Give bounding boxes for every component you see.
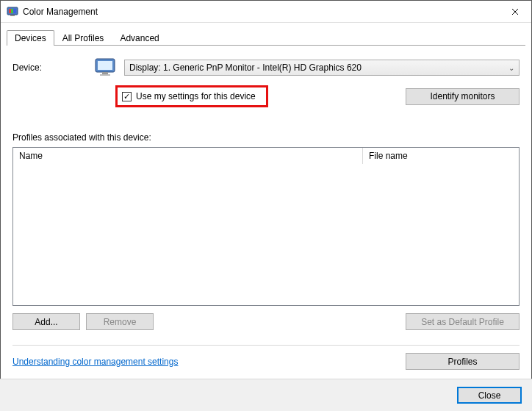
identify-monitors-label: Identify monitors xyxy=(430,91,495,101)
set-default-profile-button[interactable]: Set as Default Profile xyxy=(406,313,520,330)
device-label: Device: xyxy=(12,62,86,73)
add-button-label: Add... xyxy=(35,317,57,327)
close-button-label: Close xyxy=(478,390,501,401)
app-icon xyxy=(7,6,18,18)
identify-monitors-button[interactable]: Identify monitors xyxy=(406,88,520,105)
close-button[interactable]: Close xyxy=(457,387,522,404)
column-header-filename[interactable]: File name xyxy=(363,148,519,164)
remove-button[interactable]: Remove xyxy=(86,313,154,330)
device-dropdown[interactable]: Display: 1. Generic PnP Monitor - Intel(… xyxy=(124,60,520,76)
add-button[interactable]: Add... xyxy=(12,313,80,330)
svg-rect-9 xyxy=(100,74,110,76)
svg-rect-8 xyxy=(102,72,108,74)
svg-rect-2 xyxy=(9,9,11,13)
profile-buttons-row: Add... Remove Set as Default Profile xyxy=(12,313,520,330)
checkbox-icon: ✓ xyxy=(122,92,132,101)
set-default-profile-label: Set as Default Profile xyxy=(421,317,504,327)
profiles-header: Name File name xyxy=(13,148,519,164)
tab-all-profiles[interactable]: All Profiles xyxy=(54,30,112,46)
column-header-name-label: Name xyxy=(19,151,43,161)
svg-rect-5 xyxy=(10,15,15,16)
monitor-icon xyxy=(93,56,117,79)
column-header-name[interactable]: Name xyxy=(13,148,363,164)
svg-rect-4 xyxy=(13,9,16,13)
profiles-heading: Profiles associated with this device: xyxy=(12,132,520,143)
tab-devices-label: Devices xyxy=(15,33,46,43)
help-link[interactable]: Understanding color management settings xyxy=(12,357,178,367)
svg-rect-7 xyxy=(98,61,112,70)
settings-row: ✓ Use my settings for this device Identi… xyxy=(12,85,520,107)
device-row: Device: Display: 1. Generic PnP Monitor … xyxy=(12,56,520,79)
svg-rect-3 xyxy=(11,9,13,13)
dialog-footer: Close xyxy=(0,379,532,411)
remove-button-label: Remove xyxy=(104,317,137,327)
chevron-down-icon: ⌄ xyxy=(508,64,514,72)
tab-advanced[interactable]: Advanced xyxy=(112,30,167,46)
use-my-settings-label: Use my settings for this device xyxy=(136,91,256,101)
tab-advanced-label: Advanced xyxy=(120,33,159,43)
profiles-button[interactable]: Profiles xyxy=(406,353,520,370)
profiles-list[interactable]: Name File name xyxy=(12,147,520,306)
window-title: Color Management xyxy=(23,7,498,17)
footer-row: Understanding color management settings … xyxy=(12,353,520,370)
help-link-label: Understanding color management settings xyxy=(12,357,178,367)
tab-devices[interactable]: Devices xyxy=(7,30,54,46)
highlight-annotation: ✓ Use my settings for this device xyxy=(115,85,268,107)
column-header-filename-label: File name xyxy=(369,151,408,161)
divider xyxy=(12,345,520,346)
profiles-button-label: Profiles xyxy=(447,357,477,367)
tabstrip: Devices All Profiles Advanced xyxy=(1,23,531,46)
device-dropdown-value: Display: 1. Generic PnP Monitor - Intel(… xyxy=(129,62,362,73)
tab-all-profiles-label: All Profiles xyxy=(62,33,104,43)
titlebar: Color Management xyxy=(1,1,531,23)
use-my-settings-checkbox[interactable]: ✓ Use my settings for this device xyxy=(119,88,262,104)
tab-content-devices: Device: Display: 1. Generic PnP Monitor … xyxy=(1,46,531,377)
window-close-button[interactable] xyxy=(498,1,531,23)
